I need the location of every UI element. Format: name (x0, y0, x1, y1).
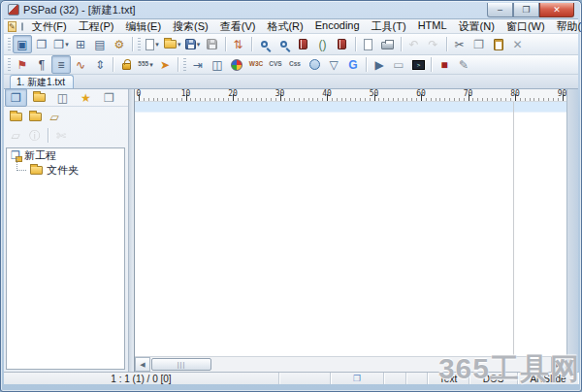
scroll-left-button[interactable]: ◀ (135, 357, 150, 372)
undo-button[interactable]: ↶ (404, 35, 424, 53)
toolbar-format: ⚑¶≡∿⇕555▾➤⇥◫W3CCVSCss▽G▶▭>■✎ (4, 55, 578, 75)
menu-format[interactable]: 格式(R) (261, 18, 308, 35)
project-remove-file-icon (29, 113, 42, 121)
reformat-button[interactable]: ⇥ (188, 55, 208, 74)
log-toggle-icon[interactable]: ✎ (8, 21, 16, 32)
print-button[interactable] (378, 35, 398, 53)
replace-button[interactable] (275, 35, 294, 53)
scroll-right-button[interactable]: ▶ (551, 357, 566, 372)
number-convert-button[interactable]: 555▾ (136, 55, 155, 74)
css-button[interactable]: Css (285, 55, 305, 74)
save-all-icon (207, 39, 217, 49)
sidebar-tab-files-button[interactable] (28, 88, 50, 107)
line-numbers-icon: ≡ (57, 59, 64, 71)
text-diff-button[interactable]: ◫ (208, 55, 227, 74)
goto-line-button[interactable]: ⚑ (13, 55, 32, 74)
tree-item-folder[interactable]: 文件夹 (7, 163, 124, 178)
macro-key-button[interactable]: ✎ (454, 55, 473, 74)
status-bar: 1 : 1 (1) / 0 [0]❐TextDOSANSI de (4, 372, 578, 384)
code-explorer-button[interactable] (333, 35, 352, 53)
parentheses-button[interactable]: () (313, 35, 333, 53)
menu-project[interactable]: 工程(P) (73, 18, 120, 35)
tab-new-file[interactable]: 1. 新建1.txt (10, 75, 74, 88)
spell-check-button[interactable]: ∿ (71, 55, 90, 74)
copy-to-new-window-button[interactable]: ❐ (32, 35, 51, 53)
maximize-button[interactable]: ❐ (513, 3, 539, 17)
toolbar-grip[interactable] (183, 58, 186, 72)
color-select-button[interactable] (227, 55, 246, 74)
google-button[interactable]: G (343, 55, 363, 74)
toolbar-grip[interactable] (8, 58, 11, 72)
sort-button[interactable]: ⇅ (229, 35, 248, 53)
toolbar-separator (355, 37, 356, 51)
pin-button[interactable]: ➤ (155, 55, 175, 74)
dropdown-arrow-icon[interactable]: ▾ (65, 41, 69, 49)
menu-view[interactable]: 查看(V) (214, 18, 262, 35)
text-field-button[interactable]: ▭ (389, 55, 408, 74)
close-button[interactable]: ✕ (539, 3, 574, 17)
cvs-button[interactable]: CVS (266, 55, 285, 74)
delete-button[interactable]: ✕ (508, 35, 528, 53)
menu-help[interactable]: 帮助(H) (551, 18, 582, 35)
save-all-button[interactable] (203, 35, 222, 53)
search-button[interactable] (255, 35, 275, 53)
paste-button[interactable] (489, 35, 508, 53)
menu-tools[interactable]: 工具(T) (366, 18, 412, 35)
show-formatting-button[interactable]: ¶ (32, 55, 51, 74)
menu-search[interactable]: 搜索(S) (167, 18, 214, 35)
document-icon[interactable] (21, 22, 23, 31)
print-preview-icon (364, 39, 372, 50)
pin-icon: ➤ (160, 59, 170, 71)
scrollbar-thumb[interactable]: ||| (151, 358, 211, 371)
dropdown-arrow-icon[interactable]: ▾ (149, 61, 153, 69)
menu-settings[interactable]: 设置(N) (453, 18, 501, 35)
menu-edit[interactable]: 编辑(E) (119, 18, 167, 35)
toolbar-grip[interactable] (8, 38, 11, 51)
redo-button[interactable]: ↷ (424, 35, 443, 53)
dropdown-arrow-icon[interactable]: ▾ (178, 41, 181, 49)
menu-html[interactable]: HTML (412, 18, 453, 35)
project-info-button[interactable]: ⓘ (25, 126, 45, 145)
new-window-button[interactable]: ▣ (13, 35, 32, 53)
sidebar-tab-templates-button[interactable]: ❐ (98, 88, 120, 107)
save-desktop-button[interactable]: ⊞ (71, 35, 90, 53)
editor-pane[interactable]: 0102030405060708090 ◀ ||| ▶ (134, 89, 566, 372)
line-spacing-button[interactable]: ⇕ (90, 55, 110, 74)
menu-encoding[interactable]: Encoding (309, 18, 366, 35)
macro-record-button[interactable]: ■ (435, 55, 454, 74)
print-preview-button[interactable] (359, 35, 378, 53)
cut-button[interactable]: ✂ (450, 35, 469, 53)
sidebar-tab-explorer-button[interactable]: ◫ (51, 88, 74, 107)
minimize-button[interactable]: – (487, 3, 513, 17)
toolbar-grip[interactable] (138, 38, 141, 51)
open-in-window-button[interactable]: ❐▾ (51, 35, 71, 53)
open-file-icon (164, 40, 177, 49)
project-up-button[interactable]: ▱ (6, 126, 25, 145)
save-file-button[interactable]: ▾ (183, 35, 203, 53)
sidebar-tab-project-button[interactable]: ❐ (5, 88, 27, 107)
title-bar[interactable]: PSPad (32) - [新建1.txt] – ❐ ✕ (4, 1, 578, 18)
line-numbers-button[interactable]: ≡ (51, 55, 71, 74)
terminal-button[interactable]: > (408, 55, 428, 74)
new-file-button[interactable]: ▾ (143, 35, 162, 53)
menu-file[interactable]: 文件(F) (26, 18, 73, 35)
lock-button[interactable] (116, 55, 136, 74)
window-settings-button[interactable]: ⚙ (110, 35, 129, 53)
run-script-button[interactable]: ▶ (370, 55, 389, 74)
project-tools-button[interactable]: ✄ (51, 126, 71, 145)
filter-button[interactable]: ▽ (324, 55, 343, 74)
copy-button[interactable]: ❐ (469, 35, 489, 53)
open-file-button[interactable]: ▾ (162, 35, 183, 53)
dropdown-arrow-icon[interactable]: ▾ (155, 41, 159, 49)
search-in-files-button[interactable] (294, 35, 313, 53)
html-validate-button[interactable]: W3C (246, 55, 266, 74)
window-list-button[interactable]: ▤ (90, 35, 110, 53)
project-open-button[interactable]: ▱ (45, 108, 64, 126)
sidebar-tab-favorites-button[interactable]: ★ (75, 88, 97, 107)
project-add-file-button[interactable] (6, 108, 25, 126)
project-tree: ❒ 新工程 文件夹 (6, 147, 125, 370)
web-browser-button[interactable] (305, 55, 324, 74)
dropdown-arrow-icon[interactable]: ▾ (197, 41, 201, 49)
menu-window[interactable]: 窗口(W) (501, 18, 551, 35)
project-remove-file-button[interactable] (25, 108, 45, 126)
